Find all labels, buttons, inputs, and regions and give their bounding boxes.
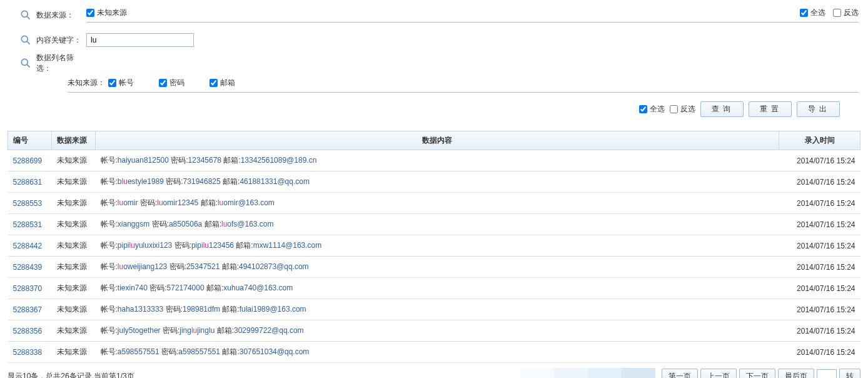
select-all-cols-input[interactable] [639, 105, 647, 113]
cell-source: 未知来源 [52, 235, 96, 257]
table-row[interactable]: 5288338未知来源帐号:a598557551 密码:a598557551 邮… [8, 342, 860, 363]
cell-id: 5288442 [8, 235, 52, 257]
query-button[interactable]: 查询 [700, 101, 744, 117]
cell-time: 2014/07/16 15:24 [779, 150, 860, 171]
cell-id: 5288439 [8, 257, 52, 278]
col-account-input[interactable] [108, 79, 116, 87]
th-content[interactable]: 数据内容 [96, 131, 779, 150]
col-email-checkbox[interactable]: 邮箱 [209, 78, 235, 88]
next-page-button[interactable]: 下一页 [739, 369, 775, 379]
prev-page-button[interactable]: 上一页 [700, 369, 737, 379]
table-row[interactable]: 5288370未知来源帐号:tiexin740 密码:572174000 邮箱:… [8, 278, 860, 299]
col-password-text: 密码 [169, 78, 184, 88]
col-password-checkbox[interactable]: 密码 [159, 78, 184, 88]
table-row[interactable]: 5288553未知来源帐号:luomir 密码:luomir12345 邮箱:l… [8, 193, 860, 214]
cell-time: 2014/07/16 15:24 [779, 235, 860, 257]
go-button[interactable]: 转 [839, 369, 860, 379]
cell-time: 2014/07/16 15:24 [779, 171, 860, 193]
last-page-button[interactable]: 最后页 [778, 369, 814, 379]
invert-select-cols-text: 反选 [680, 104, 695, 115]
svg-line-3 [27, 41, 30, 44]
footer: 显示10条，总共26条记录.当前第1/3页 第一页 上一页 下一页 最后页 转 [0, 363, 868, 378]
filter-panel: 数据来源： 未知来源 全选 反选 [0, 0, 868, 131]
cell-time: 2014/07/16 15:24 [779, 214, 860, 235]
cell-source: 未知来源 [52, 342, 96, 363]
first-page-button[interactable]: 第一页 [662, 369, 698, 379]
select-all-source-input[interactable] [800, 9, 808, 17]
source-prefix-label: 未知来源： [68, 78, 108, 88]
data-source-label: 数据来源： [36, 10, 86, 21]
select-all-cols[interactable]: 全选 [639, 104, 665, 115]
col-account-checkbox[interactable]: 帐号 [108, 78, 134, 88]
keyword-label: 内容关键字： [36, 35, 86, 46]
th-source[interactable]: 数据来源 [52, 131, 96, 150]
cell-id: 5288338 [8, 342, 52, 363]
footer-info: 显示10条，总共26条记录.当前第1/3页 [8, 371, 134, 379]
unknown-source-checkbox[interactable]: 未知来源 [86, 8, 127, 18]
cell-source: 未知来源 [52, 150, 96, 171]
action-row: 全选 反选 查询 重置 导出 [19, 95, 859, 123]
cell-time: 2014/07/16 15:24 [779, 257, 860, 278]
unknown-source-text: 未知来源 [97, 8, 127, 18]
cell-source: 未知来源 [52, 257, 96, 278]
cell-id: 5288367 [8, 299, 52, 320]
table-row[interactable]: 5288439未知来源帐号:luoweijiang123 密码:25347521… [8, 257, 860, 278]
cell-content: 帐号:luoweijiang123 密码:25347521 邮箱:4941028… [96, 257, 779, 278]
invert-select-source-text: 反选 [844, 8, 859, 18]
invert-select-source-input[interactable] [833, 9, 841, 17]
svg-line-5 [27, 64, 30, 68]
table-row[interactable]: 5288442未知来源帐号:pipiluyuluxixi123 密码:pipil… [8, 235, 860, 257]
cell-id: 5288531 [8, 214, 52, 235]
cell-content: 帐号:pipiluyuluxixi123 密码:pipilu123456 邮箱:… [96, 235, 779, 257]
cell-content: 帐号:a598557551 密码:a598557551 邮箱:307651034… [96, 342, 779, 363]
pager-gradient-bar [520, 368, 655, 378]
select-all-source-text: 全选 [810, 8, 825, 18]
cell-content: 帐号:july5together 密码:jinglujinglu 邮箱:3029… [96, 320, 779, 342]
cell-source: 未知来源 [52, 171, 96, 193]
col-password-input[interactable] [159, 79, 167, 87]
cell-id: 5288631 [8, 171, 52, 193]
cell-content: 帐号:luomir 密码:luomir12345 邮箱:luomir@163.c… [96, 193, 779, 214]
search-icon [19, 56, 33, 70]
cell-id: 5288356 [8, 320, 52, 342]
invert-select-source[interactable]: 反选 [833, 8, 859, 18]
cell-id: 5288699 [8, 150, 52, 171]
column-filter-label: 数据列名筛选： [36, 53, 86, 74]
search-icon [19, 33, 33, 47]
cell-source: 未知来源 [52, 278, 96, 299]
col-account-text: 帐号 [119, 78, 134, 88]
cell-source: 未知来源 [52, 214, 96, 235]
cell-content: 帐号:haha1313333 密码:198981dfm 邮箱:fulai1989… [96, 299, 779, 320]
table-row[interactable]: 5288699未知来源帐号:haiyuan812500 密码:12345678 … [8, 150, 860, 171]
table-row[interactable]: 5288631未知来源帐号:bluestyle1989 密码:731946825… [8, 171, 860, 193]
svg-line-1 [27, 16, 30, 19]
col-email-text: 邮箱 [220, 78, 235, 88]
cell-time: 2014/07/16 15:24 [779, 342, 860, 363]
cell-time: 2014/07/16 15:24 [779, 299, 860, 320]
unknown-source-input[interactable] [86, 9, 94, 17]
th-time[interactable]: 录入时间 [779, 131, 860, 150]
export-button[interactable]: 导出 [797, 101, 840, 117]
select-all-source[interactable]: 全选 [800, 8, 825, 18]
cell-source: 未知来源 [52, 193, 96, 214]
invert-select-cols[interactable]: 反选 [670, 104, 695, 115]
cell-time: 2014/07/16 15:24 [779, 193, 860, 214]
table-row[interactable]: 5288531未知来源帐号:xianggsm 密码:a850506a 邮箱:lu… [8, 214, 860, 235]
keyword-input[interactable] [86, 33, 194, 47]
table-row[interactable]: 5288367未知来源帐号:haha1313333 密码:198981dfm 邮… [8, 299, 860, 320]
cell-time: 2014/07/16 15:24 [779, 278, 860, 299]
cell-content: 帐号:xianggsm 密码:a850506a 邮箱:luofs@163.com [96, 214, 779, 235]
data-table: 编号 数据来源 数据内容 录入时间 5288699未知来源帐号:haiyuan8… [8, 131, 860, 363]
cell-source: 未知来源 [52, 320, 96, 342]
page-input[interactable] [817, 369, 837, 378]
cell-source: 未知来源 [52, 299, 96, 320]
cell-id: 5288553 [8, 193, 52, 214]
th-id[interactable]: 编号 [8, 131, 52, 150]
invert-select-cols-input[interactable] [670, 105, 678, 113]
cell-content: 帐号:bluestyle1989 密码:731946825 邮箱:4618813… [96, 171, 779, 193]
cell-id: 5288370 [8, 278, 52, 299]
cell-content: 帐号:haiyuan812500 密码:12345678 邮箱:13342561… [96, 150, 779, 171]
table-row[interactable]: 5288356未知来源帐号:july5together 密码:jinglujin… [8, 320, 860, 342]
col-email-input[interactable] [209, 79, 218, 87]
reset-button[interactable]: 重置 [749, 101, 792, 117]
